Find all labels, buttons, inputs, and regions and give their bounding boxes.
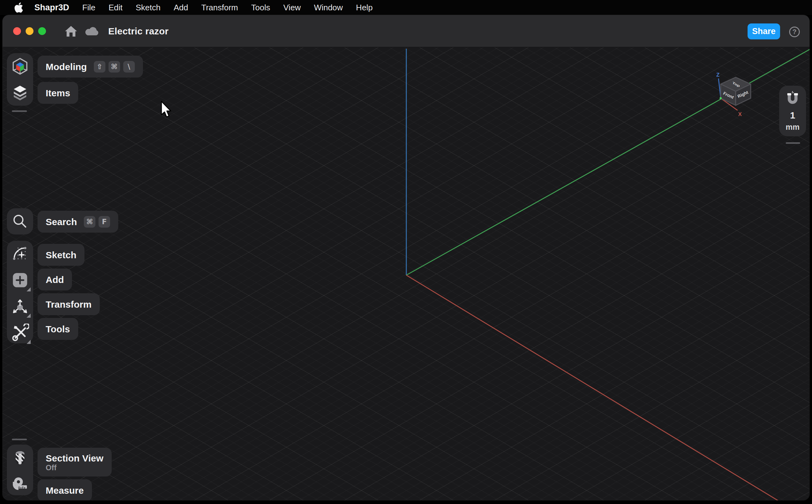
items-label-text: Items — [46, 88, 70, 98]
x-axis-line — [406, 275, 779, 500]
sync-status-button[interactable] — [83, 15, 101, 47]
command-key-icon: ⌘ — [108, 61, 120, 73]
viewport-3d[interactable]: Top Front Right Z X — [3, 48, 809, 500]
menu-item-sketch[interactable]: Sketch — [136, 3, 161, 13]
tools-icon — [11, 324, 29, 342]
snap-panel[interactable]: 1 mm — [779, 86, 806, 136]
rail-drag-handle-bottom[interactable] — [12, 439, 27, 440]
gizmo-z-label: Z — [716, 72, 719, 78]
rail-drag-handle-top[interactable] — [12, 110, 27, 112]
measure-label-text: Measure — [46, 485, 84, 496]
app-window: Electric razor Share ? Top Front Right Z… — [3, 15, 809, 500]
transform-tool-button[interactable] — [7, 293, 33, 320]
snap-grid-value: 1 — [790, 111, 795, 120]
search-rail — [7, 208, 33, 234]
search-icon — [12, 213, 28, 229]
search-button[interactable] — [7, 208, 33, 234]
question-mark-icon: ? — [792, 28, 796, 36]
shift-key-icon: ⇧ — [94, 61, 105, 73]
sketch-label: Sketch — [38, 244, 84, 266]
title-bar: Electric razor Share ? — [3, 15, 809, 47]
mouse-cursor — [160, 101, 175, 119]
gizmo-origin-dot — [720, 97, 722, 99]
menu-item-file[interactable]: File — [82, 3, 95, 13]
section-view-label: Section View Off — [38, 448, 112, 476]
menu-item-view[interactable]: View — [283, 3, 301, 13]
transform-icon — [11, 297, 29, 315]
transform-flyout-indicator — [27, 314, 31, 318]
home-button[interactable] — [63, 15, 79, 47]
world-axes — [3, 48, 809, 500]
document-title: Electric razor — [108, 15, 169, 47]
measure-button[interactable] — [7, 470, 33, 495]
measure-icon — [11, 474, 29, 491]
tools-rail — [7, 241, 33, 343]
menu-item-help[interactable]: Help — [356, 3, 372, 13]
menu-item-window[interactable]: Window — [314, 3, 343, 13]
tools-flyout-indicator — [27, 340, 31, 344]
measure-label: Measure — [38, 479, 92, 500]
traffic-lights — [13, 15, 46, 47]
f-key-icon: F — [98, 216, 110, 228]
backslash-key-icon: \ — [123, 61, 135, 73]
share-button[interactable]: Share — [748, 23, 780, 39]
section-view-label-text: Section View — [46, 453, 103, 463]
sketch-tool-button[interactable] — [7, 241, 33, 267]
add-flyout-indicator — [27, 287, 31, 291]
snap-magnet-icon — [785, 90, 800, 106]
tools-label-text: Tools — [46, 324, 70, 334]
add-label: Add — [38, 269, 72, 290]
mode-rail — [7, 53, 33, 106]
tools-tool-button[interactable] — [7, 320, 33, 346]
tools-label: Tools — [38, 318, 78, 340]
search-label: Search ⌘ F — [38, 211, 118, 233]
menu-app-name[interactable]: Shapr3D — [34, 3, 69, 13]
menu-item-add[interactable]: Add — [174, 3, 188, 13]
help-button[interactable]: ? — [789, 27, 800, 37]
minimize-window-button[interactable] — [26, 27, 33, 35]
add-icon — [11, 271, 29, 289]
add-label-text: Add — [46, 275, 64, 285]
section-view-status: Off — [46, 464, 57, 471]
items-icon — [11, 84, 29, 101]
snap-drag-handle[interactable] — [786, 142, 800, 144]
menu-item-transform[interactable]: Transform — [201, 3, 238, 13]
sketch-label-text: Sketch — [46, 250, 76, 260]
command-key-icon: ⌘ — [84, 216, 95, 228]
modeling-icon — [11, 57, 29, 75]
gizmo-x-label: X — [738, 111, 742, 117]
home-icon — [64, 24, 78, 38]
transform-label: Transform — [38, 293, 100, 315]
apple-icon[interactable] — [14, 2, 23, 13]
sketch-icon — [11, 245, 29, 263]
menu-bar: Shapr3D File Edit Sketch Add Transform T… — [0, 0, 812, 15]
menu-item-edit[interactable]: Edit — [108, 3, 123, 13]
close-window-button[interactable] — [13, 27, 21, 35]
orientation-cube[interactable]: Top Front Right Z X — [713, 72, 754, 119]
bottom-rail — [7, 445, 33, 495]
modeling-shortcut: ⇧ ⌘ \ — [94, 61, 135, 73]
zoom-window-button[interactable] — [38, 27, 46, 35]
search-label-text: Search — [46, 217, 77, 227]
add-tool-button[interactable] — [7, 267, 33, 293]
modeling-label-text: Modeling — [46, 62, 87, 72]
section-view-icon — [12, 449, 28, 466]
modeling-button[interactable] — [7, 53, 33, 79]
search-shortcut: ⌘ F — [84, 216, 110, 228]
items-button[interactable] — [7, 79, 33, 106]
cloud-icon — [84, 25, 100, 37]
menu-item-tools[interactable]: Tools — [251, 3, 270, 13]
modeling-label: Modeling ⇧ ⌘ \ — [38, 56, 143, 78]
items-label: Items — [38, 82, 78, 104]
transform-label-text: Transform — [46, 299, 92, 310]
section-view-button[interactable] — [7, 445, 33, 470]
snap-grid-unit: mm — [786, 123, 799, 131]
